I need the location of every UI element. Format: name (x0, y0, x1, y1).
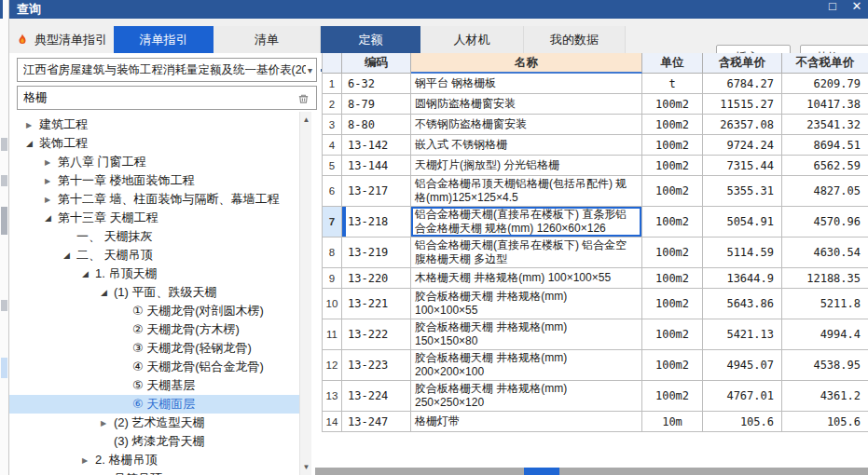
price-tax-cell[interactable]: 7315.44 (703, 156, 782, 176)
unit-cell[interactable]: 100m2 (642, 350, 703, 381)
name-cell[interactable]: 胶合板格栅天棚 井格规格(mm) 200×200×100 (411, 350, 642, 381)
name-cell[interactable]: 格栅灯带 (411, 412, 642, 432)
price-no-tax-cell[interactable]: 4827.05 (782, 176, 868, 207)
table-row[interactable]: 2 8-79 圆钢防盗格栅窗安装 100m2 11515.27 10417.38 (323, 94, 868, 115)
code-cell[interactable]: 13-218 (342, 207, 411, 238)
column-header-price-no-tax[interactable]: 不含税单价 (782, 53, 868, 74)
tree-item[interactable]: ▶ 第十一章 楼地面装饰工程 (9, 171, 299, 190)
tree-item[interactable]: ◢ 第十三章 天棚工程 (9, 209, 299, 227)
tree-item[interactable]: 吊筒吊顶 (9, 469, 299, 475)
table-row[interactable]: 13 13-224 胶合板格栅天棚 井格规格(mm) 250×250×120 1… (323, 381, 868, 412)
price-tax-cell[interactable]: 5355.31 (703, 176, 782, 207)
unit-cell[interactable]: 100m2 (642, 381, 703, 412)
tree-item[interactable]: ▶ (2) 艺术造型天棚 (9, 414, 299, 432)
code-cell[interactable]: 13-220 (342, 268, 411, 289)
unit-cell[interactable]: 10m (642, 412, 703, 432)
row-number-cell[interactable]: 14 (323, 412, 342, 432)
row-number-cell[interactable]: 12 (323, 350, 342, 381)
price-tax-cell[interactable]: 9724.24 (703, 135, 782, 156)
tab-typical-list-guide[interactable]: 典型清单指引 (9, 26, 114, 53)
title-bar[interactable]: 查询 □ ✕ (9, 0, 868, 19)
price-no-tax-cell[interactable]: 5211.8 (782, 289, 868, 319)
name-cell[interactable]: 钢平台 钢格栅板 (411, 74, 642, 94)
close-icon[interactable]: ✕ (849, 0, 864, 14)
price-tax-cell[interactable]: 4767.01 (703, 381, 782, 412)
price-no-tax-cell[interactable]: 4538.95 (782, 350, 868, 381)
code-cell[interactable]: 13-223 (342, 350, 411, 381)
code-cell[interactable]: 8-80 (342, 115, 411, 135)
tree-item[interactable]: 一、 天棚抹灰 (9, 227, 299, 246)
name-cell[interactable]: 嵌入式 不锈钢格栅 (411, 135, 642, 156)
unit-cell[interactable]: 100m2 (642, 156, 703, 176)
name-cell[interactable]: 胶合板格栅天棚 井格规格(mm) 150×150×80 (411, 319, 642, 350)
chevron-expanded-icon[interactable]: ◢ (63, 251, 76, 260)
tree-item[interactable]: ▶ 2. 格栅吊顶 (9, 451, 299, 469)
price-tax-cell[interactable]: 11515.27 (703, 94, 782, 115)
scroll-up-icon[interactable]: ▲ (300, 115, 312, 124)
price-no-tax-cell[interactable]: 4361.2 (782, 381, 868, 412)
code-cell[interactable]: 13-142 (342, 135, 411, 156)
table-row[interactable]: 1 6-32 钢平台 钢格栅板 t 6784.27 6209.79 (323, 74, 868, 94)
name-cell[interactable]: 胶合板格栅天棚 井格规格(mm) 100×100×55 (411, 289, 642, 319)
unit-cell[interactable]: 100m2 (642, 135, 703, 156)
tree-item[interactable]: ③ 天棚龙骨(轻钢龙骨) (9, 339, 299, 358)
tree-item[interactable]: ⑤ 天棚基层 (9, 376, 299, 395)
row-number-cell[interactable]: 8 (323, 238, 342, 268)
price-no-tax-cell[interactable]: 12188.35 (782, 268, 868, 289)
price-no-tax-cell[interactable]: 4630.54 (782, 238, 868, 268)
price-no-tax-cell[interactable]: 4994.4 (782, 319, 868, 350)
table-row[interactable]: 8 13-219 铝合金格栅天棚(直接吊在楼板下) 铝合金空 腹格栅天棚 多边型… (323, 238, 868, 268)
tree-item[interactable]: ◢ 二、 天棚吊顶 (9, 246, 299, 265)
chevron-right-icon[interactable]: ▶ (45, 177, 58, 185)
chevron-right-icon[interactable]: ▶ (101, 419, 114, 428)
code-cell[interactable]: 13-224 (342, 381, 411, 412)
row-number-cell[interactable]: 4 (323, 135, 342, 156)
tree-item[interactable]: ▶ 第八章 门窗工程 (9, 153, 299, 171)
unit-cell[interactable]: 100m2 (642, 268, 703, 289)
unit-cell[interactable]: 100m2 (642, 115, 703, 135)
table-row[interactable]: 3 8-80 不锈钢防盗格栅窗安装 100m2 26357.08 23541.3… (323, 115, 868, 135)
chevron-right-icon[interactable]: ▶ (26, 121, 39, 129)
unit-cell[interactable]: 100m2 (642, 176, 703, 207)
price-no-tax-cell[interactable]: 4570.96 (782, 207, 868, 238)
tab-list-guide[interactable]: 清单指引 (114, 26, 214, 53)
chevron-right-icon[interactable]: ▶ (45, 158, 58, 167)
code-cell[interactable]: 13-222 (342, 319, 411, 350)
row-number-cell[interactable]: 11 (323, 319, 342, 350)
tree-item[interactable]: ◢ 1. 吊顶天棚 (9, 265, 299, 283)
price-no-tax-cell[interactable]: 105.6 (782, 412, 868, 432)
tree-item[interactable]: ◢ 装饰工程 (9, 134, 299, 153)
code-cell[interactable]: 13-144 (342, 156, 411, 176)
price-no-tax-cell[interactable]: 23541.32 (782, 115, 868, 135)
table-row[interactable]: 10 13-221 胶合板格栅天棚 井格规格(mm) 100×100×55 10… (323, 289, 868, 319)
price-no-tax-cell[interactable]: 6209.79 (782, 74, 868, 94)
chevron-expanded-icon[interactable]: ◢ (26, 139, 39, 148)
unit-cell[interactable]: 100m2 (642, 289, 703, 319)
maximize-icon[interactable]: □ (825, 0, 840, 14)
price-tax-cell[interactable]: 5421.13 (703, 319, 782, 350)
table-row[interactable]: 6 13-217 铝合金格栅吊顶天棚铝格栅(包括吊配件) 规 格(mm)125×… (323, 176, 868, 207)
code-cell[interactable]: 13-221 (342, 289, 411, 319)
table-row[interactable]: 14 13-247 格栅灯带 10m 105.6 105.6 (323, 412, 868, 432)
tree-item[interactable]: ② 天棚龙骨(方木楞) (9, 320, 299, 339)
unit-cell[interactable]: 100m2 (642, 94, 703, 115)
price-tax-cell[interactable]: 5643.86 (703, 289, 782, 319)
row-number-cell[interactable]: 5 (323, 156, 342, 176)
price-tax-cell[interactable]: 4945.07 (703, 350, 782, 381)
code-cell[interactable]: 13-217 (342, 176, 411, 207)
chevron-expanded-icon[interactable]: ◢ (82, 269, 95, 278)
tree-item[interactable]: (3) 烤漆龙骨天棚 (9, 432, 299, 451)
tree-item[interactable]: ④ 天棚龙骨(铝合金龙骨) (9, 358, 299, 376)
table-row[interactable]: 5 13-144 天棚灯片(搁放型) 分光铝格栅 100m2 7315.44 6… (323, 156, 868, 176)
horizontal-scrollbar[interactable] (315, 468, 868, 475)
scroll-down-icon[interactable]: ▼ (300, 463, 312, 471)
price-no-tax-cell[interactable]: 6562.59 (782, 156, 868, 176)
tree-item[interactable]: ▶ 第十二章 墙、柱面装饰与隔断、幕墙工程 (9, 190, 299, 209)
table-row[interactable]: 11 13-222 胶合板格栅天棚 井格规格(mm) 150×150×80 10… (323, 319, 868, 350)
row-number-cell[interactable]: 13 (323, 381, 342, 412)
table-row[interactable]: 9 13-220 木格栅天棚 井格规格(mm) 100×100×55 100m2… (323, 268, 868, 289)
price-tax-cell[interactable]: 13644.9 (703, 268, 782, 289)
name-cell[interactable]: 胶合板格栅天棚 井格规格(mm) 250×250×120 (411, 381, 642, 412)
code-cell[interactable]: 13-219 (342, 238, 411, 268)
code-cell[interactable]: 8-79 (342, 94, 411, 115)
